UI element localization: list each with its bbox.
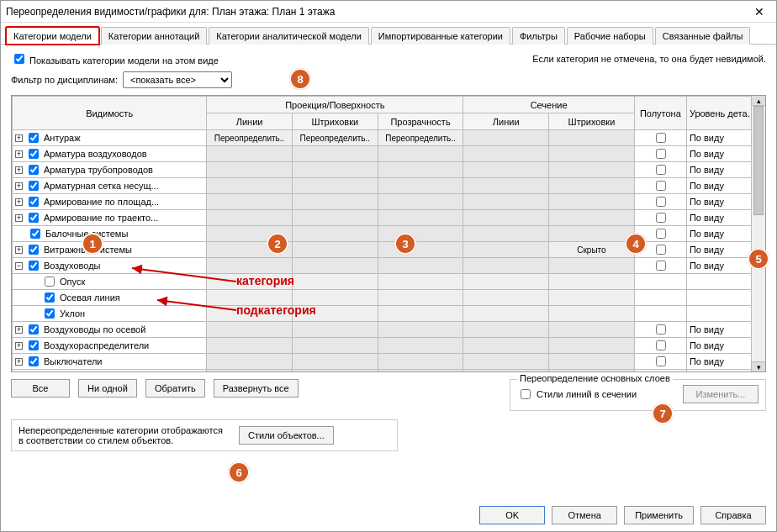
tab-filters[interactable]: Фильтры bbox=[512, 27, 565, 45]
override-cell[interactable] bbox=[292, 274, 378, 290]
override-cell[interactable] bbox=[378, 306, 463, 322]
override-cell[interactable] bbox=[292, 322, 378, 338]
visibility-checkbox[interactable] bbox=[29, 181, 39, 191]
expand-icon[interactable]: + bbox=[15, 166, 23, 174]
all-button[interactable]: Все bbox=[11, 379, 70, 398]
visibility-checkbox[interactable] bbox=[29, 261, 39, 271]
tab-worksets[interactable]: Рабочие наборы bbox=[567, 27, 653, 45]
detail-level-cell[interactable]: По виду bbox=[686, 146, 751, 162]
halftone-checkbox[interactable] bbox=[656, 213, 666, 223]
override-cell[interactable] bbox=[549, 146, 635, 162]
override-cell[interactable] bbox=[549, 210, 635, 226]
detail-level-cell[interactable]: По виду bbox=[686, 258, 751, 274]
override-cell[interactable] bbox=[378, 226, 463, 242]
override-cell[interactable] bbox=[378, 194, 463, 210]
halftone-cell[interactable] bbox=[634, 146, 686, 162]
tab-imported-categories[interactable]: Импортированные категории bbox=[371, 27, 510, 45]
visibility-checkbox[interactable] bbox=[45, 292, 55, 303]
halftone-cell[interactable] bbox=[634, 322, 686, 338]
detail-level-cell[interactable]: По виду bbox=[686, 210, 751, 226]
edit-host-layers-button[interactable]: Изменить... bbox=[683, 385, 758, 403]
table-row[interactable]: +Арматура трубопроводовПо виду bbox=[13, 162, 752, 178]
halftone-cell[interactable] bbox=[634, 130, 686, 146]
detail-level-cell[interactable]: По виду bbox=[686, 162, 751, 178]
tab-model-categories[interactable]: Категории модели bbox=[6, 27, 99, 45]
tab-analytical-categories[interactable]: Категории аналитической модели bbox=[209, 27, 369, 45]
expand-icon[interactable]: + bbox=[15, 358, 23, 366]
expand-icon[interactable]: + bbox=[15, 182, 23, 190]
detail-level-cell[interactable]: По виду bbox=[686, 354, 751, 370]
halftone-checkbox[interactable] bbox=[656, 356, 666, 366]
override-cell[interactable] bbox=[463, 290, 549, 306]
override-cell[interactable] bbox=[463, 130, 549, 146]
object-styles-button[interactable]: Стили объектов... bbox=[239, 426, 334, 445]
visibility-checkbox[interactable] bbox=[29, 213, 39, 223]
table-row[interactable]: Уклон bbox=[13, 306, 752, 322]
override-cell[interactable] bbox=[463, 274, 549, 290]
expand-all-button[interactable]: Развернуть все bbox=[214, 379, 299, 398]
override-cell[interactable] bbox=[549, 178, 635, 194]
table-row[interactable]: +ГенпланПо виду bbox=[13, 370, 752, 372]
expand-icon[interactable]: + bbox=[15, 326, 23, 334]
visibility-checkbox[interactable] bbox=[29, 165, 39, 175]
halftone-checkbox[interactable] bbox=[656, 324, 666, 334]
expand-icon[interactable]: + bbox=[15, 134, 23, 142]
table-row[interactable]: +Армирование по траекто...По виду bbox=[13, 210, 752, 226]
detail-level-cell[interactable]: По виду bbox=[686, 322, 751, 338]
override-cell[interactable] bbox=[207, 162, 293, 178]
none-button[interactable]: Ни одной bbox=[78, 379, 137, 398]
override-cell[interactable] bbox=[207, 194, 293, 210]
override-cell[interactable] bbox=[463, 370, 549, 372]
visibility-checkbox[interactable] bbox=[29, 356, 39, 366]
visibility-checkbox[interactable] bbox=[29, 324, 39, 334]
halftone-cell[interactable] bbox=[634, 194, 686, 210]
detail-level-cell[interactable]: По виду bbox=[686, 194, 751, 210]
override-cell[interactable] bbox=[549, 290, 635, 306]
override-cell[interactable] bbox=[463, 338, 549, 354]
override-cell[interactable] bbox=[292, 354, 378, 370]
halftone-cell[interactable] bbox=[634, 338, 686, 354]
override-cell[interactable] bbox=[378, 322, 463, 338]
override-cell[interactable] bbox=[549, 338, 635, 354]
override-cell[interactable] bbox=[378, 146, 463, 162]
override-cell[interactable] bbox=[463, 306, 549, 322]
help-button[interactable]: Справка bbox=[700, 506, 766, 524]
invert-button[interactable]: Обратить bbox=[145, 379, 205, 398]
override-cell[interactable] bbox=[549, 226, 635, 242]
override-cell[interactable] bbox=[463, 226, 549, 242]
visibility-checkbox[interactable] bbox=[30, 229, 40, 239]
override-cell[interactable] bbox=[463, 146, 549, 162]
override-cell[interactable] bbox=[463, 210, 549, 226]
halftone-checkbox[interactable] bbox=[656, 149, 666, 159]
override-cell[interactable] bbox=[549, 258, 635, 274]
scroll-up-icon[interactable]: ▴ bbox=[752, 96, 765, 106]
table-row[interactable]: +Воздуховоды по осевойПо виду bbox=[13, 322, 752, 338]
halftone-cell[interactable] bbox=[634, 162, 686, 178]
table-row[interactable]: +ВоздухораспределителиПо виду bbox=[13, 338, 752, 354]
override-cell[interactable] bbox=[463, 242, 549, 258]
override-cell[interactable]: Переопределить.. bbox=[378, 130, 463, 146]
close-icon[interactable]: ✕ bbox=[748, 5, 771, 18]
halftone-cell[interactable] bbox=[634, 210, 686, 226]
override-cell[interactable] bbox=[207, 338, 293, 354]
override-cell[interactable] bbox=[292, 258, 378, 274]
halftone-checkbox[interactable] bbox=[656, 165, 666, 175]
override-cell[interactable]: Переопределить.. bbox=[292, 130, 378, 146]
show-categories-label[interactable]: Показывать категории модели на этом виде bbox=[11, 51, 219, 66]
halftone-checkbox[interactable] bbox=[656, 197, 666, 207]
override-cell[interactable] bbox=[378, 242, 463, 258]
override-cell[interactable] bbox=[378, 290, 463, 306]
override-cell[interactable] bbox=[463, 162, 549, 178]
expand-icon[interactable]: + bbox=[15, 246, 23, 254]
override-cell[interactable] bbox=[463, 322, 549, 338]
table-row[interactable]: Осевая линия bbox=[13, 290, 752, 306]
override-cell[interactable] bbox=[378, 258, 463, 274]
table-row[interactable]: +Армирование по площад...По виду bbox=[13, 194, 752, 210]
expand-icon[interactable]: + bbox=[15, 342, 23, 350]
apply-button[interactable]: Применить bbox=[624, 506, 694, 524]
override-cell[interactable] bbox=[463, 354, 549, 370]
override-cell[interactable] bbox=[378, 178, 463, 194]
override-cell[interactable] bbox=[207, 146, 293, 162]
ok-button[interactable]: OK bbox=[479, 506, 545, 524]
halftone-cell[interactable] bbox=[634, 258, 686, 274]
